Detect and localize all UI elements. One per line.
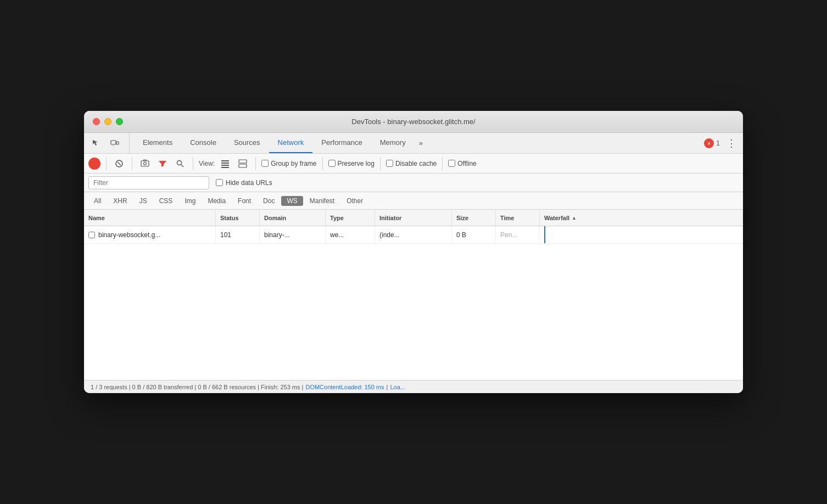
filter-media[interactable]: Media — [202, 196, 231, 206]
disable-cache-label[interactable]: Disable cache — [386, 160, 437, 167]
svg-point-8 — [144, 162, 147, 165]
th-domain[interactable]: Domain — [260, 210, 326, 226]
inspect-element-button[interactable] — [88, 136, 104, 151]
record-button[interactable] — [88, 158, 100, 170]
toolbar-divider-3 — [193, 157, 193, 170]
th-size[interactable]: Size — [452, 210, 496, 226]
td-status: 101 — [216, 226, 260, 243]
hide-data-urls-checkbox[interactable] — [216, 179, 223, 186]
filter-manifest[interactable]: Manifest — [304, 196, 340, 206]
error-indicator: ✕ 1 — [704, 138, 720, 148]
filter-ws[interactable]: WS — [281, 196, 303, 206]
search-button[interactable] — [173, 156, 187, 171]
td-name: binary-websocket.g... — [84, 226, 216, 243]
filter-other[interactable]: Other — [341, 196, 368, 206]
svg-rect-7 — [141, 161, 149, 166]
clear-button[interactable] — [112, 156, 126, 171]
filter-all[interactable]: All — [88, 196, 107, 206]
waterfall-line — [544, 226, 545, 243]
network-table: Name Status Domain Type Initiator Size T… — [84, 210, 743, 380]
table-body: binary-websocket.g... 101 binary-... we.… — [84, 226, 743, 380]
error-badge: ✕ — [704, 138, 714, 148]
view-label: View: — [199, 160, 215, 167]
toolbar-divider-7 — [442, 157, 443, 170]
row-select-checkbox[interactable] — [88, 232, 95, 238]
tab-performance[interactable]: Performance — [312, 133, 371, 153]
tab-sources[interactable]: Sources — [225, 133, 269, 153]
panel-layout-button[interactable] — [236, 156, 250, 171]
td-waterfall — [540, 226, 743, 243]
tab-memory[interactable]: Memory — [371, 133, 415, 153]
toolbar-divider-1 — [106, 157, 107, 170]
dom-content-loaded-link[interactable]: DOMContentLoaded: 150 ms — [305, 384, 384, 390]
tab-elements[interactable]: Elements — [134, 133, 181, 153]
tab-console[interactable]: Console — [181, 133, 225, 153]
th-status[interactable]: Status — [216, 210, 260, 226]
td-domain: binary-... — [260, 226, 326, 243]
filter-img[interactable]: Img — [179, 196, 201, 206]
status-bar: 1 / 3 requests | 0 B / 820 B transferred… — [84, 380, 743, 393]
devtools-left-icons — [88, 133, 130, 153]
svg-point-10 — [177, 160, 182, 165]
svg-rect-9 — [143, 160, 147, 161]
filter-js[interactable]: JS — [134, 196, 153, 206]
error-count: 1 — [716, 139, 720, 147]
filter-button[interactable] — [155, 156, 170, 171]
td-time: Pen... — [496, 226, 540, 243]
minimize-button[interactable] — [104, 118, 111, 125]
tabs-overflow-button[interactable]: » — [415, 133, 427, 153]
device-toolbar-button[interactable] — [107, 136, 122, 151]
td-size: 0 B — [452, 226, 496, 243]
toolbar-divider-6 — [380, 157, 381, 170]
svg-rect-16 — [239, 160, 247, 163]
table-header: Name Status Domain Type Initiator Size T… — [84, 210, 743, 226]
svg-line-6 — [118, 162, 121, 165]
preserve-log-checkbox[interactable] — [328, 160, 336, 167]
network-toolbar: View: Group by frame Preserve log — [84, 154, 743, 173]
filter-doc[interactable]: Doc — [258, 196, 280, 206]
preserve-log-label[interactable]: Preserve log — [328, 160, 375, 167]
svg-rect-12 — [221, 160, 229, 161]
sort-icon: ▲ — [572, 215, 577, 221]
th-name[interactable]: Name — [84, 210, 216, 226]
status-separator: | — [387, 384, 388, 390]
hide-data-urls-label[interactable]: Hide data URLs — [216, 179, 272, 187]
filter-xhr[interactable]: XHR — [108, 196, 132, 206]
svg-rect-13 — [221, 163, 229, 164]
screenshot-button[interactable] — [138, 156, 152, 171]
close-button[interactable] — [93, 118, 100, 125]
more-options-button[interactable]: ⋮ — [724, 137, 739, 149]
svg-rect-14 — [221, 165, 229, 166]
th-time[interactable]: Time — [496, 210, 540, 226]
th-initiator[interactable]: Initiator — [375, 210, 452, 226]
tab-network[interactable]: Network — [269, 133, 313, 153]
title-bar: DevTools - binary-websocket.glitch.me/ — [84, 111, 743, 133]
filter-input[interactable] — [88, 176, 209, 189]
devtools-window: DevTools - binary-websocket.glitch.me/ E… — [84, 111, 743, 393]
toolbar-divider-4 — [255, 157, 256, 170]
list-view-button[interactable] — [218, 156, 232, 171]
td-initiator: (inde... — [375, 226, 452, 243]
toolbar-divider-2 — [132, 157, 132, 170]
table-row[interactable]: binary-websocket.g... 101 binary-... we.… — [84, 226, 743, 244]
group-by-frame-label[interactable]: Group by frame — [261, 160, 316, 167]
offline-checkbox[interactable] — [448, 160, 455, 167]
filter-font[interactable]: Font — [232, 196, 256, 206]
svg-rect-1 — [116, 142, 119, 144]
offline-label[interactable]: Offline — [448, 160, 476, 167]
svg-rect-17 — [239, 164, 247, 167]
th-type[interactable]: Type — [326, 210, 375, 226]
svg-line-11 — [181, 165, 183, 167]
filter-row: Hide data URLs — [84, 173, 743, 192]
group-by-frame-checkbox[interactable] — [261, 160, 269, 167]
th-waterfall[interactable]: Waterfall ▲ — [540, 210, 743, 226]
svg-rect-15 — [221, 167, 229, 168]
status-text: 1 / 3 requests | 0 B / 820 B transferred… — [91, 384, 303, 390]
tabs-right-area: ✕ 1 ⋮ — [704, 133, 739, 153]
load-link[interactable]: Loa... — [390, 384, 405, 390]
svg-rect-0 — [111, 141, 116, 144]
filter-css[interactable]: CSS — [154, 196, 178, 206]
maximize-button[interactable] — [116, 118, 123, 125]
window-title: DevTools - binary-websocket.glitch.me/ — [351, 117, 475, 126]
disable-cache-checkbox[interactable] — [386, 160, 393, 167]
